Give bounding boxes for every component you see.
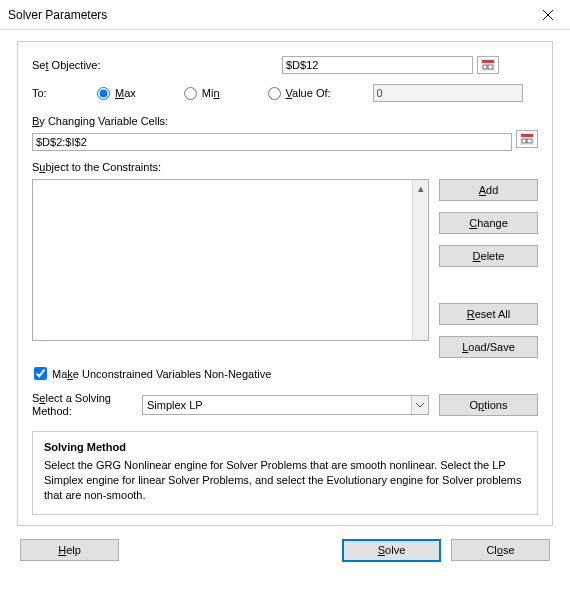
- scrollbar[interactable]: ▴: [412, 180, 428, 340]
- valueof-input[interactable]: [373, 84, 523, 102]
- constraints-label: Subject to the Constraints:: [32, 161, 538, 173]
- desc-title: Solving Method: [44, 441, 526, 453]
- nonnegative-checkbox[interactable]: Make Unconstrained Variables Non-Negativ…: [32, 367, 538, 380]
- change-button[interactable]: Change: [439, 212, 538, 234]
- close-icon[interactable]: [526, 0, 570, 29]
- load-save-button[interactable]: Load/Save: [439, 336, 538, 358]
- chevron-down-icon: [411, 396, 428, 414]
- objective-cellref-icon[interactable]: [477, 56, 499, 74]
- method-value: Simplex LP: [147, 399, 203, 411]
- add-button[interactable]: Add: [439, 179, 538, 201]
- solve-button[interactable]: Solve: [342, 539, 441, 562]
- method-select[interactable]: Simplex LP: [142, 395, 429, 415]
- bycells-cellref-icon[interactable]: [516, 130, 538, 148]
- objective-input[interactable]: [282, 56, 473, 74]
- close-button[interactable]: Close: [451, 539, 550, 561]
- svg-rect-1: [482, 60, 494, 63]
- titlebar: Solver Parameters: [0, 0, 570, 30]
- window-title: Solver Parameters: [8, 8, 526, 22]
- radio-min[interactable]: Min: [184, 87, 220, 100]
- solving-method-description: Solving Method Select the GRG Nonlinear …: [32, 431, 538, 515]
- radio-max[interactable]: Max: [97, 87, 136, 100]
- main-panel: Set Objective: To: Max Min Value Of:: [17, 41, 553, 526]
- help-button[interactable]: Help: [20, 539, 119, 561]
- constraints-listbox[interactable]: ▴: [32, 179, 429, 341]
- method-label: Select a Solving Method:: [32, 392, 132, 418]
- set-objective-label: Set Objective:: [32, 59, 282, 71]
- to-label: To:: [32, 87, 97, 99]
- delete-button[interactable]: Delete: [439, 245, 538, 267]
- desc-text: Select the GRG Nonlinear engine for Solv…: [44, 458, 526, 503]
- svg-rect-5: [521, 134, 533, 137]
- options-button[interactable]: Options: [439, 394, 538, 416]
- radio-valueof[interactable]: Value Of:: [268, 87, 331, 100]
- by-cells-label: By Changing Variable Cells:: [32, 115, 538, 127]
- scroll-up-icon[interactable]: ▴: [413, 180, 428, 196]
- by-cells-input[interactable]: [32, 133, 512, 151]
- reset-all-button[interactable]: Reset All: [439, 303, 538, 325]
